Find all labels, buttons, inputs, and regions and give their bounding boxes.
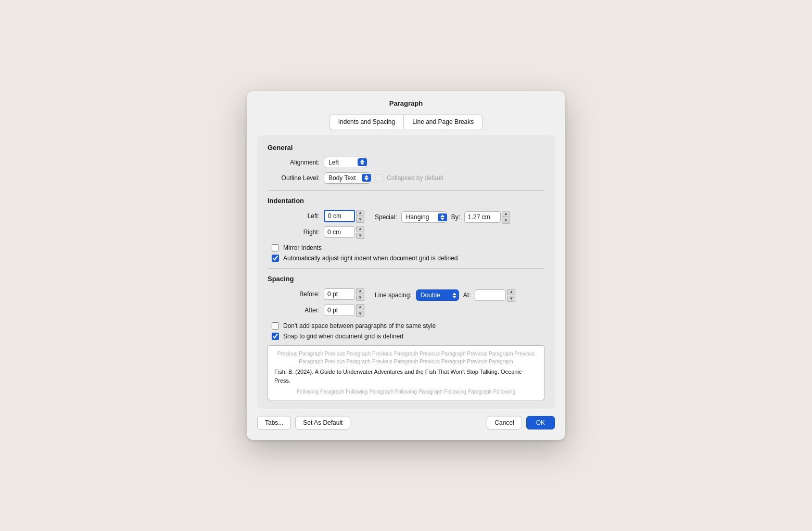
line-spacing-select[interactable]: Double Single 1.5 lines At least Exactly… [416, 289, 459, 301]
indent-left-input[interactable] [324, 210, 355, 222]
ok-button[interactable]: OK [526, 416, 555, 429]
spacing-after-spinner-buttons: ▲ ▼ [356, 304, 364, 317]
snap-to-grid-row: Snap to grid when document grid is defin… [268, 333, 544, 340]
auto-adjust-row: Automatically adjust right indent when d… [268, 255, 544, 262]
indent-left-spinner: ▲ ▼ [324, 210, 364, 223]
mirror-indents-checkbox[interactable] [272, 244, 279, 251]
preview-prev-text: Previous Paragraph Previous Paragraph Pr… [274, 350, 538, 365]
line-spacing-select-wrapper: Double Single 1.5 lines At least Exactly… [416, 289, 459, 301]
outline-level-row: Outline Level: Body Text Level 1 Level 2… [268, 172, 544, 184]
spacing-before-down-btn[interactable]: ▼ [356, 295, 364, 301]
alignment-label: Alignment: [268, 159, 320, 166]
at-down-btn[interactable]: ▼ [507, 296, 515, 302]
collapsed-checkbox[interactable] [375, 174, 383, 182]
outline-level-label: Outline Level: [268, 174, 320, 182]
outline-level-select-wrapper: Body Text Level 1 Level 2 [324, 172, 371, 184]
line-spacing-label: Line spacing: [375, 292, 412, 299]
special-row: Special: Hanging First Line (none) By: [375, 211, 510, 224]
footer-right: Cancel OK [487, 416, 555, 429]
spacing-before-row: Before: ▲ ▼ [268, 288, 364, 301]
dont-add-space-row: Don't add space between paragraphs of th… [268, 322, 544, 330]
indentation-title: Indentation [268, 197, 544, 205]
spacing-after-spinner: ▲ ▼ [324, 304, 364, 317]
tab-line-page-breaks[interactable]: Line and Page Breaks [403, 115, 483, 130]
collapsed-label: Collapsed by default [387, 174, 443, 182]
footer-left: Tabs... Set As Default [257, 416, 350, 429]
indent-left-col: Left: ▲ ▼ Right: [268, 210, 364, 239]
indent-right-spinner-buttons: ▲ ▼ [356, 226, 364, 239]
snap-to-grid-checkbox[interactable] [272, 333, 279, 340]
mirror-indents-row: Mirror Indents [268, 244, 544, 251]
indent-rows: Left: ▲ ▼ Right: [268, 210, 544, 239]
indent-right-down-btn[interactable]: ▼ [356, 233, 364, 239]
special-select[interactable]: Hanging First Line (none) [401, 211, 447, 223]
spacing-before-label: Before: [268, 290, 320, 298]
cancel-button[interactable]: Cancel [487, 416, 522, 429]
spacing-title: Spacing [268, 275, 544, 283]
spacing-before-input[interactable] [324, 288, 355, 300]
dont-add-space-checkbox[interactable] [272, 322, 279, 330]
spacing-after-down-btn[interactable]: ▼ [356, 311, 364, 317]
spacing-after-label: After: [268, 307, 320, 314]
by-input[interactable] [464, 211, 501, 223]
at-up-btn[interactable]: ▲ [507, 289, 515, 295]
spacing-after-input[interactable] [324, 305, 355, 316]
indent-left-label: Left: [268, 212, 320, 220]
divider-2 [268, 268, 544, 269]
snap-to-grid-label: Snap to grid when document grid is defin… [283, 333, 403, 340]
spacing-before-up-btn[interactable]: ▲ [356, 288, 364, 294]
preview-main-text: Fish, B. (2024). A Guide to Underwater A… [274, 365, 538, 388]
by-down-btn[interactable]: ▼ [502, 218, 510, 224]
at-input[interactable] [475, 289, 506, 301]
indent-left-spinner-buttons: ▲ ▼ [356, 210, 364, 223]
at-spinner: ▲ ▼ [475, 289, 515, 302]
special-select-wrapper: Hanging First Line (none) [401, 211, 447, 223]
indent-right-spinner: ▲ ▼ [324, 226, 364, 239]
indent-right-label: Right: [268, 229, 320, 236]
divider-1 [268, 190, 544, 191]
special-label: Special: [375, 213, 397, 221]
spacing-left-col: Before: ▲ ▼ After: [268, 288, 364, 317]
indent-left-down-btn[interactable]: ▼ [356, 217, 364, 223]
indent-left-up-btn[interactable]: ▲ [356, 210, 364, 216]
alignment-row: Alignment: Left Center Right Justified [268, 157, 544, 168]
auto-adjust-checkbox[interactable] [272, 255, 279, 262]
indentation-section: Indentation Left: ▲ ▼ [268, 197, 544, 262]
auto-adjust-label: Automatically adjust right indent when d… [283, 255, 458, 262]
indent-left-row: Left: ▲ ▼ [268, 210, 364, 223]
content-area: General Alignment: Left Center Right Jus… [257, 135, 555, 409]
tab-bar: Indents and Spacing Line and Page Breaks [257, 112, 555, 135]
general-section: General Alignment: Left Center Right Jus… [268, 144, 544, 184]
outline-level-select[interactable]: Body Text Level 1 Level 2 [324, 172, 371, 184]
tab-indents-spacing[interactable]: Indents and Spacing [329, 115, 403, 130]
by-spinner: ▲ ▼ [464, 211, 510, 224]
alignment-select[interactable]: Left Center Right Justified [324, 157, 367, 168]
alignment-select-wrapper: Left Center Right Justified [324, 157, 367, 168]
spacing-rows: Before: ▲ ▼ After: [268, 288, 544, 317]
spacing-after-row: After: ▲ ▼ [268, 304, 364, 317]
spacing-after-up-btn[interactable]: ▲ [356, 304, 364, 310]
by-label: By: [451, 213, 460, 221]
indent-right-up-btn[interactable]: ▲ [356, 226, 364, 232]
spacing-section: Spacing Before: ▲ ▼ [268, 275, 544, 400]
indent-right-input[interactable] [324, 226, 355, 238]
tabs-button[interactable]: Tabs... [257, 416, 291, 429]
footer: Tabs... Set As Default Cancel OK [247, 409, 565, 429]
at-label: At: [463, 292, 471, 299]
line-spacing-row: Line spacing: Double Single 1.5 lines At… [375, 289, 515, 302]
paragraph-dialog: Paragraph Indents and Spacing Line and P… [247, 91, 565, 439]
by-up-btn[interactable]: ▲ [502, 211, 510, 217]
general-title: General [268, 144, 544, 151]
set-default-button[interactable]: Set As Default [295, 416, 350, 429]
preview-box: Previous Paragraph Previous Paragraph Pr… [268, 345, 544, 400]
dont-add-space-label: Don't add space between paragraphs of th… [283, 322, 436, 330]
indent-right-row: Right: ▲ ▼ [268, 226, 364, 239]
at-spinner-buttons: ▲ ▼ [507, 289, 515, 302]
preview-next-text: Following Paragraph Following Paragraph … [274, 388, 538, 396]
by-spinner-buttons: ▲ ▼ [502, 211, 510, 224]
dialog-title: Paragraph [247, 91, 565, 112]
spacing-before-spinner-buttons: ▲ ▼ [356, 288, 364, 301]
spacing-before-spinner: ▲ ▼ [324, 288, 364, 301]
mirror-indents-label: Mirror Indents [283, 244, 322, 251]
